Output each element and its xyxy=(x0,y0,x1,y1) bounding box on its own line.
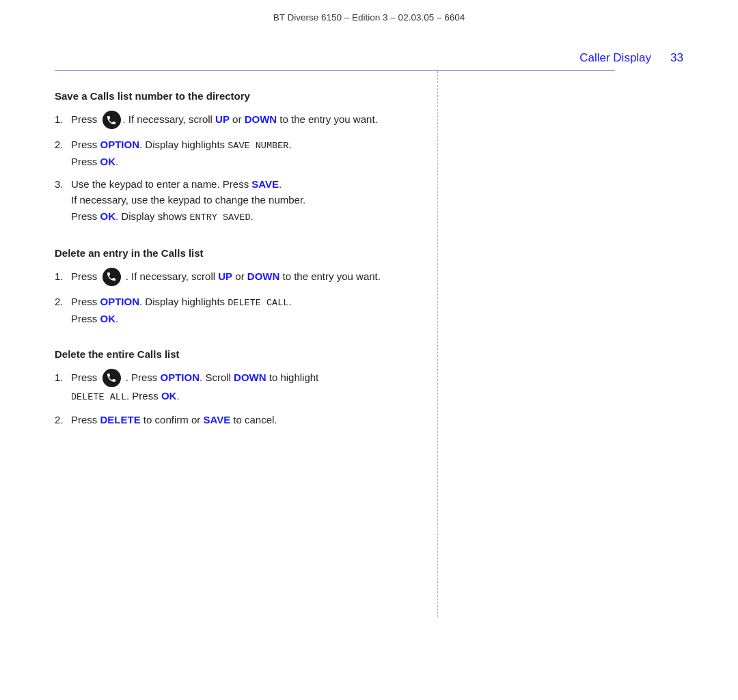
ok-keyword: OK xyxy=(161,390,177,402)
down-keyword: DOWN xyxy=(234,372,266,383)
step-content: Use the keypad to enter a name. Press SA… xyxy=(71,176,396,225)
step-number: 1. xyxy=(55,268,71,284)
section-delete-entry-heading: Delete an entry in the Calls list xyxy=(55,247,396,259)
option-keyword: OPTION xyxy=(161,372,200,383)
delete-entire-steps: 1. Press . Press OPTION. Scroll DOWN to … xyxy=(55,369,396,428)
down-keyword: DOWN xyxy=(245,113,277,125)
step-number: 2. xyxy=(55,137,71,152)
page-number: 33 xyxy=(670,51,683,65)
section-delete-entire: Delete the entire Calls list 1. Press . … xyxy=(55,348,396,428)
ok-keyword: OK xyxy=(100,313,116,324)
ok-keyword: OK xyxy=(100,156,116,167)
step-content: Press OPTION. Display highlights DELETE … xyxy=(71,294,396,326)
step-number: 2. xyxy=(55,412,71,428)
left-column: Save a Calls list number to the director… xyxy=(0,71,437,617)
step-content: Press OPTION. Display highlights SAVE NU… xyxy=(71,137,396,169)
ok-keyword: OK xyxy=(100,210,116,222)
list-item: 1. Press . If necessary, scroll UP or DO… xyxy=(55,268,396,287)
step-content: Press DELETE to confirm or SAVE to cance… xyxy=(71,412,396,428)
down-keyword: DOWN xyxy=(247,270,280,282)
step-content: Press . If necessary, scroll UP or DOWN … xyxy=(71,111,396,130)
list-item: 3. Use the keypad to enter a name. Press… xyxy=(55,176,396,225)
section-header-area: Caller Display 33 xyxy=(0,31,738,70)
list-item: 1. Press . Press OPTION. Scroll DOWN to … xyxy=(55,369,396,405)
up-keyword: UP xyxy=(218,270,232,282)
list-item: 2. Press OPTION. Display highlights SAVE… xyxy=(55,137,396,169)
save-calls-steps: 1. Press . If necessary, scroll UP or DO… xyxy=(55,111,396,225)
save-keyword: SAVE xyxy=(203,414,230,425)
up-keyword: UP xyxy=(215,113,230,125)
step-number: 2. xyxy=(55,294,71,309)
page-header: BT Diverse 6150 – Edition 3 – 02.03.05 –… xyxy=(0,0,738,31)
step-content: Press . If necessary, scroll UP or DOWN … xyxy=(71,268,396,287)
display-text: SAVE NUMBER xyxy=(228,141,288,151)
save-keyword: SAVE xyxy=(251,178,279,190)
display-text: DELETE ALL xyxy=(71,392,126,402)
delete-entry-steps: 1. Press . If necessary, scroll UP or DO… xyxy=(55,268,396,326)
option-keyword: OPTION xyxy=(100,296,140,307)
list-item: 2. Press OPTION. Display highlights DELE… xyxy=(55,294,396,326)
list-item: 1. Press . If necessary, scroll UP or DO… xyxy=(55,111,396,130)
right-column xyxy=(437,71,738,617)
step-number: 3. xyxy=(55,176,71,192)
header-title: BT Diverse 6150 – Edition 3 – 02.03.05 –… xyxy=(273,12,465,23)
step-number: 1. xyxy=(55,369,71,385)
list-item: 2. Press DELETE to confirm or SAVE to ca… xyxy=(55,412,396,428)
section-title: Caller Display xyxy=(579,51,651,65)
section-save-heading: Save a Calls list number to the director… xyxy=(55,90,396,102)
calls-icon xyxy=(102,268,121,286)
calls-icon xyxy=(102,369,121,387)
section-save-calls-list: Save a Calls list number to the director… xyxy=(55,90,396,225)
section-delete-entry: Delete an entry in the Calls list 1. Pre… xyxy=(55,247,396,326)
display-text: ENTRY SAVED xyxy=(189,212,250,223)
delete-keyword: DELETE xyxy=(100,414,141,425)
option-keyword: OPTION xyxy=(100,139,140,150)
calls-icon xyxy=(102,111,121,129)
section-delete-entire-heading: Delete the entire Calls list xyxy=(55,348,396,360)
main-layout: Save a Calls list number to the director… xyxy=(0,71,738,617)
step-number: 1. xyxy=(55,111,71,127)
step-content: Press . Press OPTION. Scroll DOWN to hig… xyxy=(71,369,396,405)
display-text: DELETE CALL xyxy=(228,298,288,308)
